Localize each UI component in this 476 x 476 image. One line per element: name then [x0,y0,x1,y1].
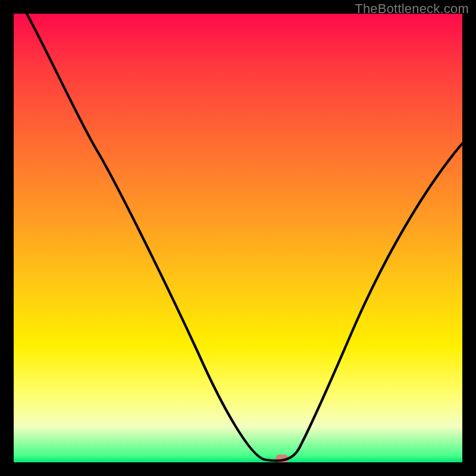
bottleneck-curve [14,14,462,462]
curve-path [27,14,462,461]
chart-canvas: TheBottleneck.com [0,0,476,476]
watermark-text: TheBottleneck.com [355,1,469,17]
plot-area [14,14,462,462]
